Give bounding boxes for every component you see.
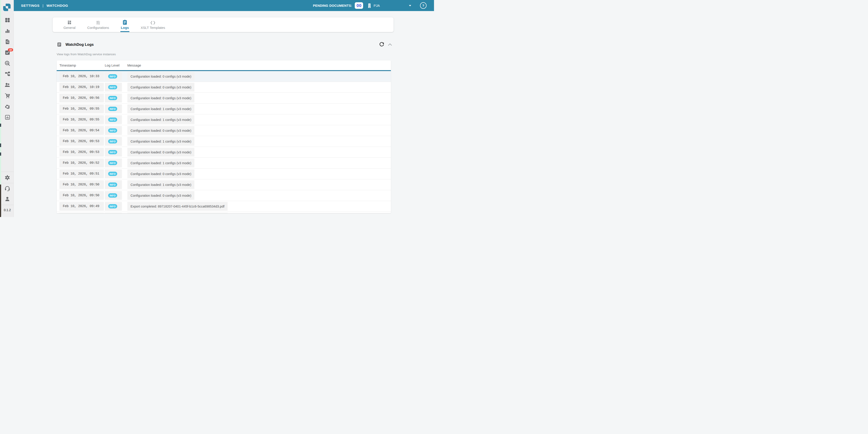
- log-timestamp: Feb 10, 2026, 09:55: [63, 118, 99, 122]
- log-row[interactable]: Feb 10, 2026, 09:48INFOExport completed:…: [57, 212, 391, 213]
- log-message: Configuration loaded: 0 configs (v3 mode…: [130, 96, 191, 100]
- article-icon: [57, 42, 62, 47]
- log-timestamp: Feb 10, 2026, 09:54: [63, 129, 99, 132]
- log-row[interactable]: Feb 10, 2026, 09:49INFOExport completed:…: [57, 201, 391, 212]
- log-level-badge: INFO: [108, 150, 117, 154]
- tab-general[interactable]: General: [58, 18, 81, 32]
- sidebar: 10 0.: [1, 0, 14, 217]
- sidebar-item-workflow[interactable]: [1, 70, 13, 77]
- dashboard-icon: [4, 17, 10, 23]
- code-brackets-icon: [150, 20, 156, 25]
- tab-logs[interactable]: Logs: [115, 18, 135, 32]
- log-level-badge: INFO: [108, 139, 117, 143]
- sidebar-item-support[interactable]: [1, 185, 13, 192]
- log-row[interactable]: Feb 10, 2026, 09:53INFOConfiguration loa…: [57, 136, 391, 147]
- chevron-up-icon: [388, 43, 392, 46]
- log-row[interactable]: Feb 10, 2026, 09:55INFOConfiguration loa…: [57, 114, 391, 125]
- log-message: Configuration loaded: 0 configs (v3 mode…: [130, 86, 191, 89]
- chevron-down-icon: [409, 5, 411, 6]
- log-level-badge: INFO: [108, 161, 117, 165]
- help-button[interactable]: ?: [420, 2, 427, 9]
- sidebar-item-reports[interactable]: [1, 27, 13, 35]
- log-row[interactable]: Feb 10, 2026, 09:53INFOConfiguration loa…: [57, 147, 391, 158]
- sidebar-item-dashboard[interactable]: [1, 16, 13, 24]
- workflow-tree-icon: [4, 71, 10, 77]
- tab-configurations[interactable]: Configurations: [81, 18, 115, 32]
- sidebar-item-document-search[interactable]: [1, 38, 13, 45]
- breadcrumb-divider: |: [42, 4, 43, 8]
- log-timestamp: Feb 10, 2026, 09:50: [63, 183, 99, 187]
- log-row[interactable]: Feb 10, 2026, 09:52INFOConfiguration loa…: [57, 158, 391, 168]
- log-timestamp: Feb 10, 2026, 10:33: [63, 74, 99, 78]
- sidebar-item-settings[interactable]: [1, 174, 13, 181]
- sidebar-item-search-analytics[interactable]: [1, 59, 13, 67]
- breadcrumb-section: SETTINGS: [21, 4, 39, 8]
- account-menu-button[interactable]: [409, 5, 411, 6]
- help-icon: ?: [422, 4, 424, 7]
- organization-selector[interactable]: PJA: [367, 3, 380, 8]
- column-header-timestamp[interactable]: Timestamp: [59, 63, 105, 67]
- dashboard-tab-icon: [67, 20, 72, 25]
- log-message: Configuration loaded: 0 configs (v3 mode…: [130, 129, 191, 132]
- table-header-row: Timestamp Log Level Message: [57, 61, 391, 71]
- sidebar-item-users[interactable]: [1, 81, 13, 89]
- log-row[interactable]: Feb 10, 2026, 09:51INFOConfiguration loa…: [57, 168, 391, 179]
- log-row[interactable]: Feb 10, 2026, 10:33INFOConfiguration loa…: [57, 71, 391, 82]
- log-level-badge: INFO: [108, 118, 117, 122]
- log-row[interactable]: Feb 10, 2026, 10:19INFOConfiguration loa…: [57, 82, 391, 93]
- tab-label: Logs: [121, 26, 129, 30]
- cart-add-icon: [4, 93, 10, 99]
- log-level-badge: INFO: [108, 204, 117, 208]
- log-level-badge: INFO: [108, 96, 117, 100]
- panel-title: WatchDog Logs: [65, 42, 94, 47]
- log-timestamp: Feb 10, 2026, 09:53: [63, 139, 99, 143]
- column-header-loglevel[interactable]: Log Level: [105, 63, 127, 67]
- log-level-badge: INFO: [108, 172, 117, 176]
- app-logo[interactable]: [1, 0, 14, 13]
- organization-label: PJA: [373, 4, 380, 7]
- people-icon: [4, 82, 10, 88]
- log-message: Configuration loaded: 1 configs (v3 mode…: [130, 183, 191, 187]
- sidebar-item-cart[interactable]: [1, 92, 13, 99]
- orbit-icon: [4, 104, 10, 110]
- document-search-icon: [4, 39, 10, 45]
- watchdog-settings-page: { "topbar": { "section": "SETTINGS", "di…: [0, 0, 434, 217]
- sidebar-item-profile[interactable]: [1, 195, 13, 203]
- refresh-button[interactable]: [379, 42, 384, 47]
- sidebar-item-integrations[interactable]: [1, 103, 13, 110]
- pending-documents-label: PENDING DOCUMENTS:: [313, 4, 352, 7]
- log-row[interactable]: Feb 10, 2026, 09:50INFOConfiguration loa…: [57, 190, 391, 201]
- pending-documents-count[interactable]: 00: [355, 2, 363, 9]
- tab-xslt-templates[interactable]: XSLT Templates: [135, 18, 171, 32]
- search-analytics-icon: [4, 60, 10, 66]
- building-icon: [367, 3, 372, 8]
- log-message: Configuration loaded: 0 configs (v3 mode…: [130, 75, 191, 78]
- topbar-right: PENDING DOCUMENTS: 00 PJA ?: [313, 2, 434, 9]
- collapse-panel-button[interactable]: [388, 43, 392, 46]
- chart-box-icon: [4, 114, 10, 120]
- sidebar-item-statistics[interactable]: [1, 113, 13, 121]
- settings-tabs: General Configurations Logs XSLT Templat…: [53, 18, 394, 32]
- log-row[interactable]: Feb 10, 2026, 09:56INFOConfiguration loa…: [57, 93, 391, 104]
- log-level-badge: INFO: [108, 128, 117, 133]
- tab-label: General: [63, 26, 75, 30]
- log-timestamp: Feb 10, 2026, 09:55: [63, 107, 99, 111]
- tune-icon: [96, 20, 100, 25]
- breadcrumb-page: WATCHDOG: [46, 4, 68, 8]
- log-message: Configuration loaded: 1 configs (v3 mode…: [130, 161, 191, 165]
- table-body: Feb 10, 2026, 10:33INFOConfiguration loa…: [57, 71, 391, 213]
- log-timestamp: Feb 10, 2026, 09:51: [63, 172, 99, 176]
- log-row[interactable]: Feb 10, 2026, 09:54INFOConfiguration loa…: [57, 125, 391, 136]
- column-header-message[interactable]: Message: [127, 63, 141, 67]
- tab-label: XSLT Templates: [141, 26, 165, 30]
- breadcrumb: SETTINGS | WATCHDOG: [21, 4, 68, 8]
- log-level-badge: INFO: [108, 182, 117, 187]
- log-message: Configuration loaded: 0 configs (v3 mode…: [130, 194, 191, 197]
- panel-subtitle: View logs from WatchDog service instance…: [57, 53, 116, 56]
- refresh-icon: [379, 42, 384, 47]
- log-message: Configuration loaded: 0 configs (v3 mode…: [130, 151, 191, 154]
- sidebar-divider: [1, 172, 13, 172]
- log-row[interactable]: Feb 10, 2026, 09:55INFOConfiguration loa…: [57, 104, 391, 114]
- log-timestamp: Feb 10, 2026, 09:50: [63, 194, 99, 197]
- log-row[interactable]: Feb 10, 2026, 09:50INFOConfiguration loa…: [57, 179, 391, 190]
